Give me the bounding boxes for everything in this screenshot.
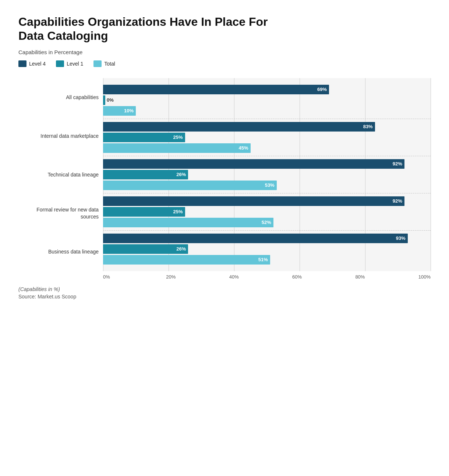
chart-subtitle: Capabilities in Percentage [18, 49, 431, 55]
y-label-text: Business data lineage [18, 248, 99, 255]
x-tick: 80% [355, 274, 418, 280]
x-tick: 40% [229, 274, 292, 280]
bar-row: 25% [103, 133, 431, 142]
y-label-text: Internal data marketplace [18, 133, 99, 139]
bar-group: 92%26%53% [103, 156, 431, 193]
bar-total: 52% [103, 218, 273, 227]
bar-row: 83% [103, 122, 431, 132]
y-label-group: Business data lineage [18, 233, 99, 270]
x-tick: 20% [166, 274, 229, 280]
legend-swatch [18, 60, 26, 67]
bar-total: 53% [103, 181, 277, 190]
bar-group: 83%25%45% [103, 119, 431, 156]
bar-row: 26% [103, 170, 431, 179]
bar-group: 69%0%10% [103, 82, 431, 119]
y-label-text: All capabilities [18, 94, 99, 101]
bar-total: 51% [103, 255, 270, 265]
bar-level-4: 92% [103, 159, 404, 169]
x-axis: 0%20%40%60%80%100% [103, 271, 431, 280]
bar-row: 53% [103, 181, 431, 190]
bar-level-4: 83% [103, 122, 375, 132]
bar-level-1: 26% [103, 170, 188, 179]
bar-level-1: 25% [103, 207, 185, 217]
footnote: (Capabilities in %) [18, 286, 431, 292]
source: Source: Market.us Scoop [18, 294, 431, 300]
bar-group: 93%26%51% [103, 231, 431, 267]
y-label-group: Technical data lineage [18, 156, 99, 193]
bars-container: 69%0%10%83%25%45%92%26%53%92%25%52%93%26… [103, 78, 431, 271]
bar-label-outside: 0% [107, 97, 114, 103]
y-label-group: All capabilities [18, 79, 99, 116]
x-tick: 60% [292, 274, 355, 280]
legend-label: Level 1 [67, 61, 83, 67]
y-label-text: Technical data lineage [18, 171, 99, 178]
legend-item-total: Total [93, 60, 115, 67]
bar-row: 92% [103, 196, 431, 206]
bar-level-1: 26% [103, 244, 188, 254]
bar-total: 45% [103, 143, 251, 153]
legend-swatch [93, 60, 102, 67]
y-axis-labels: All capabilitiesInternal data marketplac… [18, 78, 103, 271]
legend-item-level-1: Level 1 [56, 60, 83, 67]
y-label-text: Formal review for new data sources [18, 206, 99, 220]
bar-row: 92% [103, 159, 431, 169]
legend-item-level-4: Level 4 [18, 60, 46, 67]
chart-legend: Level 4Level 1Total [18, 60, 431, 67]
legend-label: Total [104, 61, 115, 67]
bar-level-1: 25% [103, 133, 185, 142]
bar-row: 52% [103, 218, 431, 227]
bar-row: 45% [103, 143, 431, 153]
bar-row: 51% [103, 255, 431, 265]
x-tick: 100% [418, 274, 431, 280]
chart-body: All capabilitiesInternal data marketplac… [18, 78, 431, 271]
legend-swatch [56, 60, 64, 67]
y-label-group: Internal data marketplace [18, 118, 99, 154]
bar-level-4: 93% [103, 234, 408, 243]
bar-row: 10% [103, 106, 431, 116]
bar-level-4: 92% [103, 196, 404, 206]
bar-row: 25% [103, 207, 431, 217]
y-label-group: Formal review for new data sources [18, 195, 99, 232]
grid-line [431, 78, 431, 271]
bar-row: 0% [103, 95, 431, 105]
bar-total: 10% [103, 106, 136, 116]
bar-row: 69% [103, 85, 431, 94]
bar-level-1 [103, 95, 105, 105]
bar-row: 26% [103, 244, 431, 254]
bar-group: 92%25%52% [103, 193, 431, 230]
chart-area: All capabilitiesInternal data marketplac… [18, 78, 431, 280]
chart-title: Capabilities Organizations Have In Place… [18, 15, 276, 43]
legend-label: Level 4 [29, 61, 46, 67]
bar-level-4: 69% [103, 85, 329, 94]
x-tick: 0% [103, 274, 166, 280]
bar-row: 93% [103, 234, 431, 243]
